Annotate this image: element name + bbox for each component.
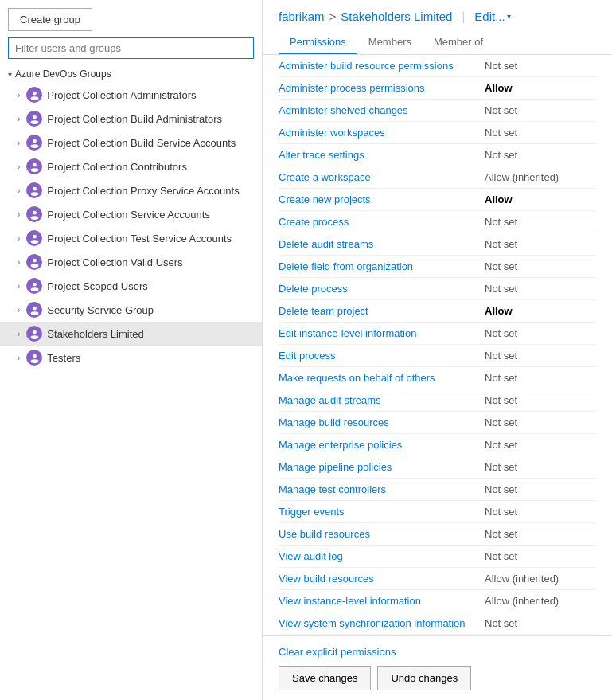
table-row: Manage test controllers Not set [279, 479, 596, 501]
permission-name[interactable]: View instance-level information [279, 595, 421, 607]
right-panel: fabrikam > Stakeholders Limited | Edit..… [263, 0, 612, 700]
permission-value[interactable]: Not set [485, 260, 596, 272]
left-panel: Create group ▾ Azure DevOps Groups › Pro… [0, 0, 263, 700]
permission-name[interactable]: Edit process [279, 350, 336, 362]
group-item[interactable]: › Project Collection Contributors [0, 154, 262, 178]
permission-value[interactable]: Not set [485, 550, 596, 562]
group-chevron-icon: › [18, 162, 20, 171]
permission-value[interactable]: Not set [485, 127, 596, 139]
group-item[interactable]: › Project Collection Administrators [0, 83, 262, 107]
group-item[interactable]: › Project Collection Service Accounts [0, 202, 262, 226]
tabs: PermissionsMembersMember of [279, 31, 596, 54]
permission-name[interactable]: Delete team project [279, 305, 368, 317]
permission-value[interactable]: Not set [485, 372, 596, 384]
group-chevron-icon: › [18, 282, 20, 291]
svg-point-20 [33, 330, 37, 334]
breadcrumb-edit[interactable]: Edit... ▾ [474, 10, 510, 23]
footer-buttons: Save changes Undo changes [279, 666, 596, 690]
permission-value[interactable]: Allow (inherited) [485, 573, 596, 585]
permission-name[interactable]: Manage pipeline policies [279, 461, 392, 473]
table-row: Alter trace settings Not set [279, 144, 596, 166]
group-item[interactable]: › Security Service Group [0, 298, 262, 322]
permission-value[interactable]: Not set [485, 350, 596, 362]
permission-value[interactable]: Not set [485, 461, 596, 473]
permission-value[interactable]: Not set [485, 216, 596, 228]
svg-point-16 [33, 282, 37, 286]
group-section[interactable]: ▾ Azure DevOps Groups [0, 65, 262, 83]
group-item[interactable]: › Stakeholders Limited [0, 322, 262, 346]
permission-value[interactable]: Not set [485, 327, 596, 339]
permission-value[interactable]: Not set [485, 60, 596, 72]
permission-name[interactable]: Alter trace settings [279, 149, 364, 161]
permission-name[interactable]: Delete field from organization [279, 260, 413, 272]
group-item[interactable]: › Project Collection Proxy Service Accou… [0, 178, 262, 202]
permission-value[interactable]: Not set [485, 617, 596, 629]
permission-name[interactable]: Trigger events [279, 506, 345, 518]
permission-value[interactable]: Not set [485, 283, 596, 295]
svg-point-14 [33, 258, 37, 262]
permission-name[interactable]: Manage test controllers [279, 483, 386, 495]
group-item[interactable]: › Project Collection Valid Users [0, 250, 262, 274]
filter-input[interactable] [8, 37, 254, 59]
permission-value[interactable]: Not set [485, 483, 596, 495]
permission-name[interactable]: Use build resources [279, 528, 370, 540]
permission-value[interactable]: Not set [485, 238, 596, 250]
group-chevron-icon: › [18, 354, 20, 362]
permission-value[interactable]: Not set [485, 528, 596, 540]
permission-value[interactable]: Allow [485, 82, 596, 94]
clear-permissions-link[interactable]: Clear explicit permissions [279, 646, 396, 658]
permission-name[interactable]: Delete process [279, 283, 348, 295]
table-row: Create a workspace Allow (inherited) [279, 166, 596, 189]
permission-name[interactable]: Administer workspaces [279, 127, 385, 139]
breadcrumb-edit-sep: | [462, 10, 465, 23]
permission-name[interactable]: View system synchronization information [279, 617, 466, 629]
permission-name[interactable]: Administer process permissions [279, 82, 425, 94]
group-name-label: Project Collection Build Administrators [47, 113, 222, 125]
permission-name[interactable]: Delete audit streams [279, 238, 373, 250]
permission-name[interactable]: View build resources [279, 573, 374, 585]
permission-value[interactable]: Not set [485, 416, 596, 428]
tab-member-of[interactable]: Member of [423, 31, 494, 54]
permission-name[interactable]: Manage enterprise policies [279, 439, 402, 451]
group-avatar-icon [26, 182, 42, 198]
permission-name[interactable]: Manage build resources [279, 416, 389, 428]
save-changes-button[interactable]: Save changes [279, 666, 371, 690]
group-avatar-icon [26, 158, 42, 174]
breadcrumb-org[interactable]: fabrikam [279, 10, 325, 23]
permission-name[interactable]: Create a workspace [279, 171, 371, 183]
tab-members[interactable]: Members [357, 31, 423, 54]
permission-name[interactable]: Make requests on behalf of others [279, 372, 435, 384]
group-name-label: Project-Scoped Users [47, 280, 147, 292]
breadcrumb-dropdown-icon[interactable]: ▾ [507, 12, 511, 21]
table-row: View system synchronization information … [279, 612, 596, 635]
permission-value[interactable]: Allow (inherited) [485, 595, 596, 607]
permission-name[interactable]: Edit instance-level information [279, 327, 416, 339]
permission-name[interactable]: View audit log [279, 550, 343, 562]
permission-name[interactable]: Manage audit streams [279, 394, 381, 406]
group-name-label: Project Collection Service Accounts [47, 209, 209, 221]
tab-permissions[interactable]: Permissions [279, 31, 357, 54]
permission-value[interactable]: Not set [485, 104, 596, 116]
group-item[interactable]: › Project Collection Build Administrator… [0, 107, 262, 131]
permission-name[interactable]: Create new projects [279, 194, 371, 205]
permission-name[interactable]: Administer shelved changes [279, 104, 408, 116]
permission-value[interactable]: Allow [485, 305, 596, 317]
permission-value[interactable]: Allow (inherited) [485, 171, 596, 183]
table-row: Manage enterprise policies Not set [279, 434, 596, 456]
permission-name[interactable]: Administer build resource permissions [279, 60, 454, 72]
breadcrumb-current[interactable]: Stakeholders Limited [341, 10, 452, 23]
create-group-button[interactable]: Create group [8, 8, 92, 31]
permission-name[interactable]: Create process [279, 216, 349, 228]
permission-value[interactable]: Not set [485, 439, 596, 451]
group-item[interactable]: › Project-Scoped Users [0, 274, 262, 298]
permission-value[interactable]: Allow [485, 194, 596, 205]
undo-changes-button[interactable]: Undo changes [377, 666, 471, 690]
group-item[interactable]: › Testers [0, 346, 262, 370]
group-item[interactable]: › Project Collection Build Service Accou… [0, 131, 262, 154]
group-avatar-icon [26, 206, 42, 222]
permission-value[interactable]: Not set [485, 506, 596, 518]
group-item[interactable]: › Project Collection Test Service Accoun… [0, 226, 262, 250]
svg-point-8 [33, 186, 37, 190]
permission-value[interactable]: Not set [485, 394, 596, 406]
permission-value[interactable]: Not set [485, 149, 596, 161]
